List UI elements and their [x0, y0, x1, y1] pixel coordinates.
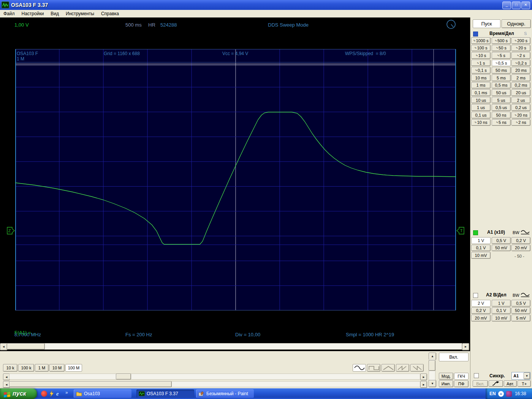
menu-item-1[interactable]: Настройки	[18, 10, 48, 17]
time-div-10_us[interactable]: 10 us	[471, 97, 491, 104]
a2-vdiv-1_V[interactable]: 1 V	[492, 300, 511, 307]
waveform-button-triangle[interactable]	[382, 364, 395, 372]
imp-button[interactable]: Имп.	[439, 380, 453, 387]
task-button-2[interactable]: OSA103 F 3.37	[136, 390, 194, 398]
maximize-button[interactable]: □	[512, 2, 521, 9]
time-div-0_2_s[interactable]: ∿0,2 s	[511, 60, 530, 66]
time-div-50_s[interactable]: ∿50 s	[492, 45, 511, 52]
time-div-checkbox[interactable]	[473, 32, 478, 36]
time-div-0_5_us[interactable]: 0,5 us	[492, 104, 511, 111]
a2-vdiv-10_mV[interactable]: 10 mV	[492, 315, 511, 321]
sync-source-dropdown[interactable]: A1 ▼	[511, 372, 530, 380]
time-div-0_1_s[interactable]: ∿0,1 s	[471, 67, 491, 74]
waveform-button-ramp-up[interactable]	[396, 364, 409, 372]
mod-button[interactable]: Мод.	[439, 373, 453, 380]
freq-scroll-track[interactable]	[9, 374, 420, 380]
a2-vdiv-2_V[interactable]: 2 V	[471, 300, 491, 307]
time-div-1000_s[interactable]: ∿1000 s	[471, 37, 491, 44]
time-div-2_us[interactable]: 2 us	[511, 97, 530, 104]
a1-vdiv-50_mV[interactable]: 50 mV	[492, 245, 511, 252]
time-div-20_us[interactable]: 20 us	[511, 89, 530, 96]
gkch-button[interactable]: ГКЧ	[454, 373, 469, 380]
a1-enable-checkbox[interactable]	[473, 230, 478, 235]
time-div-5_ns[interactable]: ∿5 ns	[492, 119, 511, 126]
band-button-10k[interactable]: 10 k	[3, 364, 17, 372]
hscroll-track[interactable]	[6, 343, 462, 350]
time-div-20_s[interactable]: ∿20 s	[511, 45, 530, 52]
vscroll-down-arrow[interactable]: ▼	[429, 380, 436, 387]
waveform-button-square[interactable]	[367, 364, 380, 372]
time-div-0_5_s[interactable]: ∿0,5 s	[492, 60, 511, 66]
time-div-100_s[interactable]: ∿100 s	[471, 45, 491, 52]
time-div-2_s[interactable]: ∿2 s	[511, 52, 530, 59]
plot-area[interactable]: OSA103 F 1 M Grid = 1160 x 688 Vcc = 4,9…	[15, 49, 456, 310]
amp-scroll-thumb[interactable]	[9, 381, 172, 387]
a1-vdiv-20_mV[interactable]: 20 mV	[511, 245, 530, 252]
minimize-button[interactable]: _	[502, 2, 511, 9]
zero-level-marker[interactable]: Z	[7, 226, 15, 235]
pf-button[interactable]: ПФ	[454, 380, 469, 387]
waveform-button-ramp-down[interactable]	[410, 364, 424, 372]
time-div-2_ns[interactable]: ∿2 ns	[511, 119, 530, 126]
time-div-50_us[interactable]: 50 us	[492, 89, 511, 96]
a2-vdiv-20_mV[interactable]: 20 mV	[471, 315, 491, 321]
a2-vdiv-5_mV[interactable]: 5 mV	[511, 315, 530, 321]
time-div-0_1_ms[interactable]: 0,1 ms	[471, 89, 491, 96]
time-div-10_ms[interactable]: 10 ms	[471, 74, 491, 81]
time-div-2_ms[interactable]: 2 ms	[511, 74, 530, 81]
single-button[interactable]: Однокр.	[502, 19, 531, 28]
time-div-1_s[interactable]: ∿1 s	[471, 60, 491, 66]
task-button-1[interactable]: Osa103	[74, 390, 131, 398]
a1-vdiv-1_V[interactable]: 1 V	[471, 237, 491, 244]
time-div-5_s[interactable]: ∿5 s	[492, 52, 511, 59]
time-div-0_2_ms[interactable]: 0,2 ms	[511, 82, 530, 89]
a2-vdiv-0_5_V[interactable]: 0,5 V	[511, 300, 530, 307]
a1-bw-limit-icon[interactable]	[520, 229, 530, 235]
menu-item-0[interactable]: Файл	[0, 10, 18, 17]
time-div-5_us[interactable]: 5 us	[492, 97, 511, 104]
run-button[interactable]: Пуск	[473, 19, 500, 28]
time-div-500_s[interactable]: ∿500 s	[492, 37, 511, 44]
time-div-1_us[interactable]: 1 us	[471, 104, 491, 111]
time-div-50_ns[interactable]: 50 ns	[492, 112, 511, 119]
a2-enable-checkbox[interactable]	[473, 293, 478, 298]
band-button-1M[interactable]: 1 M	[35, 364, 49, 372]
hide-icons-chevron[interactable]: «	[498, 391, 504, 397]
hscroll-right-arrow[interactable]: ►	[462, 343, 469, 350]
band-button-100k[interactable]: 100 k	[18, 364, 34, 372]
a2-vdiv-0_2_V[interactable]: 0,2 V	[471, 307, 491, 314]
a1-vdiv-10_mV[interactable]: 10 mV	[471, 252, 491, 259]
time-div-10_s[interactable]: ∿10 s	[471, 52, 491, 59]
a2-vdiv-50_mV[interactable]: 50 mV	[511, 307, 530, 314]
sync-checkbox[interactable]	[474, 373, 479, 378]
time-div-0_1_us[interactable]: 0,1 us	[471, 112, 491, 119]
sync-slope-button[interactable]	[489, 380, 503, 387]
time-div-0_2_us[interactable]: 0,2 us	[511, 104, 530, 111]
sync-on-button[interactable]: Вкл.	[473, 380, 488, 387]
time-div-20_ns[interactable]: ∿20 ns	[511, 112, 530, 119]
tray-app-icon[interactable]	[506, 391, 512, 397]
a1-vdiv-0_5_V[interactable]: 0,5 V	[492, 237, 511, 244]
time-div-10_ns[interactable]: ∿10 ns	[471, 119, 491, 126]
time-div-200_s[interactable]: ∿200 s	[511, 37, 530, 44]
time-div-50_ms[interactable]: 50 ms	[492, 67, 511, 74]
menu-item-2[interactable]: Вид	[47, 10, 62, 17]
start-button[interactable]: пуск	[0, 388, 37, 399]
menu-item-3[interactable]: Инструменты	[62, 10, 98, 17]
waveform-button-sine[interactable]	[353, 364, 366, 372]
quicklaunch-opera-icon[interactable]	[41, 391, 47, 397]
band-button-100M[interactable]: 100 M	[65, 364, 82, 372]
close-button[interactable]: ✕	[521, 2, 530, 9]
menu-item-4[interactable]: Справка	[98, 10, 122, 17]
time-div-1_ms[interactable]: 1 ms	[471, 82, 491, 89]
sync-source-dropdown-arrow[interactable]: ▼	[524, 372, 530, 379]
a1-vdiv-0_1_V[interactable]: 0,1 V	[471, 245, 491, 252]
hscroll-thumb[interactable]	[7, 343, 45, 350]
language-indicator[interactable]: EN	[489, 391, 496, 396]
vscroll-thumb[interactable]	[429, 360, 435, 371]
clock[interactable]: 16:38	[515, 391, 526, 396]
freq-scroll-thumb[interactable]	[116, 374, 131, 380]
sync-t-button[interactable]: Т+	[518, 380, 531, 387]
time-div-20_ms[interactable]: 20 ms	[511, 67, 530, 74]
time-div-5_ms[interactable]: 5 ms	[492, 74, 511, 81]
